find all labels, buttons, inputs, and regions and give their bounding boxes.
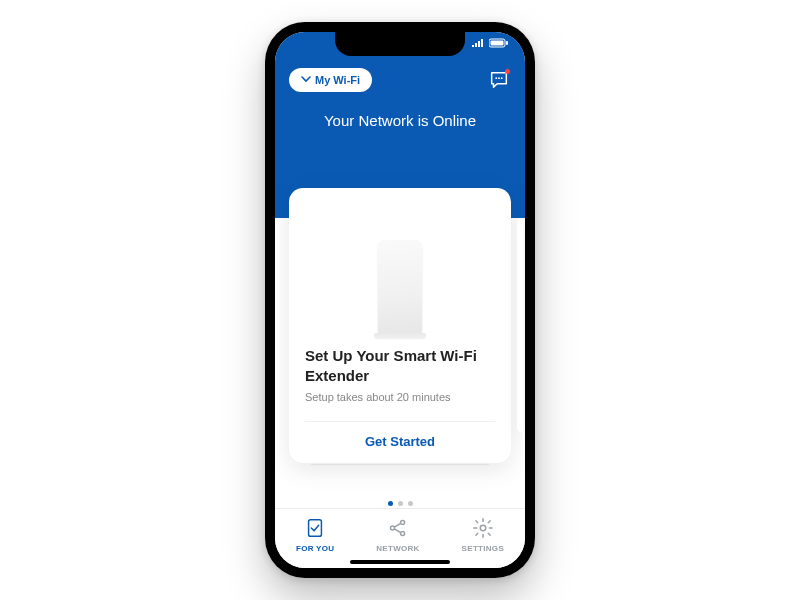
pager-dot [398, 501, 403, 506]
get-started-button[interactable]: Get Started [305, 421, 495, 449]
svg-point-8 [401, 520, 405, 524]
pager-dot [388, 501, 393, 506]
tab-label: SETTINGS [462, 544, 504, 553]
notification-dot [505, 69, 510, 74]
setup-extender-card: Set Up Your Smart Wi-Fi Extender Setup t… [289, 188, 511, 463]
phone-frame: My Wi-Fi Your Network is Online Set Up Y… [265, 22, 535, 578]
notch [335, 32, 465, 56]
tab-network[interactable]: NETWORK [376, 517, 419, 553]
svg-point-10 [480, 525, 486, 531]
svg-point-3 [495, 77, 497, 79]
card-title: Set Up Your Smart Wi-Fi Extender [305, 346, 495, 385]
svg-rect-2 [506, 41, 508, 45]
chat-icon[interactable] [487, 68, 511, 92]
card-subtitle: Setup takes about 20 minutes [305, 391, 495, 403]
signal-icon [471, 38, 485, 50]
chevron-down-icon [301, 74, 311, 86]
battery-icon [489, 38, 509, 50]
page-indicator [275, 501, 525, 506]
card-carousel[interactable]: Set Up Your Smart Wi-Fi Extender Setup t… [275, 188, 525, 463]
network-nodes-icon [387, 517, 409, 541]
check-doc-icon [304, 517, 326, 541]
svg-rect-1 [491, 41, 504, 46]
tab-for-you[interactable]: FOR YOU [296, 517, 334, 553]
svg-point-9 [401, 531, 405, 535]
gear-icon [472, 517, 494, 541]
pager-dot [408, 501, 413, 506]
tab-label: FOR YOU [296, 544, 334, 553]
screen: My Wi-Fi Your Network is Online Set Up Y… [275, 32, 525, 568]
home-indicator[interactable] [350, 560, 450, 564]
device-illustration [305, 206, 495, 336]
wifi-pill-label: My Wi-Fi [315, 74, 360, 86]
bottom-tab-bar: FOR YOU NETWORK SETTINGS [275, 508, 525, 568]
svg-rect-6 [309, 519, 322, 536]
svg-point-4 [498, 77, 500, 79]
status-bar [471, 38, 509, 50]
svg-point-7 [390, 525, 394, 529]
wifi-selector-pill[interactable]: My Wi-Fi [289, 68, 372, 92]
tab-label: NETWORK [376, 544, 419, 553]
next-card-peek [517, 218, 523, 433]
tab-settings[interactable]: SETTINGS [462, 517, 504, 553]
svg-point-5 [501, 77, 503, 79]
network-status-text: Your Network is Online [289, 112, 511, 129]
